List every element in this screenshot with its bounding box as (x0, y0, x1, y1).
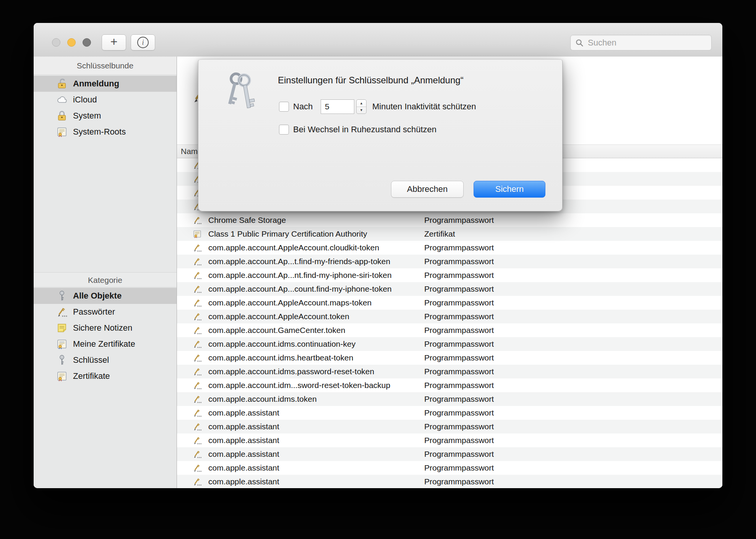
table-row[interactable]: com.apple.account.Ap...t.find-my-friends… (177, 255, 722, 268)
row-kind: Programmpasswort (424, 463, 722, 472)
sidebar-item-sichere-notizen[interactable]: Sichere Notizen (34, 320, 177, 336)
row-name: com.apple.account.Ap...nt.find-my-iphone… (208, 271, 424, 280)
row-kind: Programmpasswort (424, 436, 722, 445)
key-icon (56, 290, 68, 302)
table-row[interactable]: com.apple.account.AppleAccount.cloudkit-… (177, 241, 722, 255)
my-certificate-icon (56, 338, 68, 350)
row-kind: Programmpasswort (424, 326, 722, 335)
sidebar-item-system[interactable]: System (34, 108, 177, 124)
search-field[interactable] (570, 35, 712, 50)
keychain-list: AnmeldungiCloudSystemSystem-Roots (34, 76, 177, 140)
screenshot-stage: + i Schlüsselbunde AnmeldungiCloudSystem… (0, 0, 756, 539)
table-row[interactable]: com.apple.account.idms.heartbeat-tokenPr… (177, 351, 722, 365)
row-name: com.apple.assistant (208, 450, 424, 459)
table-row[interactable]: com.apple.account.idm...sword-reset-toke… (177, 378, 722, 392)
keychain-access-window: + i Schlüsselbunde AnmeldungiCloudSystem… (34, 23, 722, 488)
row-kind: Programmpasswort (424, 243, 722, 252)
row-name: com.apple.account.idm...sword-reset-toke… (208, 381, 424, 390)
sidebar-item-anmeldung[interactable]: Anmeldung (34, 76, 177, 92)
table-row[interactable]: Class 1 Public Primary Certification Aut… (177, 227, 722, 241)
row-kind: Programmpasswort (424, 312, 722, 321)
table-row[interactable]: com.apple.account.Ap...nt.find-my-iphone… (177, 268, 722, 282)
sidebar-item-label: System-Roots (73, 127, 126, 137)
password-key-icon (192, 298, 202, 308)
row-name: com.apple.account.AppleAccount.maps-toke… (208, 298, 424, 307)
row-name: com.apple.assistant (208, 463, 424, 472)
table-row[interactable]: com.apple.assistantProgrammpasswort (177, 461, 722, 475)
padlock-locked-icon (56, 110, 68, 122)
row-name: com.apple.account.AppleAccount.cloudkit-… (208, 243, 424, 252)
sidebar-item-zertifikate[interactable]: Zertifikate (34, 368, 177, 384)
lock-after-inactivity-checkbox[interactable] (279, 102, 289, 112)
password-key-icon (192, 380, 202, 390)
table-row[interactable]: com.apple.account.idms.continuation-keyP… (177, 337, 722, 351)
certificate-icon (56, 370, 68, 382)
row-kind: Programmpasswort (424, 477, 722, 486)
sidebar-item-label: Passwörter (73, 307, 115, 317)
title-bar: + i (34, 23, 722, 57)
table-row[interactable]: com.apple.account.idms.password-reset-to… (177, 365, 722, 378)
save-button[interactable]: Sichern (474, 181, 545, 198)
sidebar: Schlüsselbunde AnmeldungiCloudSystemSyst… (34, 57, 177, 488)
row-name: Class 1 Public Primary Certification Aut… (208, 229, 424, 239)
table-row[interactable]: com.apple.account.GameCenter.tokenProgra… (177, 323, 722, 337)
stepper-up-icon[interactable]: ▲ (357, 100, 366, 107)
key-icon (56, 354, 68, 366)
table-row[interactable]: com.apple.assistantProgrammpasswort (177, 406, 722, 420)
sidebar-item-passw-rter[interactable]: Passwörter (34, 304, 177, 320)
sidebar-item-label: Schlüssel (73, 355, 109, 365)
certificate-icon (192, 229, 202, 239)
lock-on-sleep-checkbox[interactable] (279, 125, 289, 135)
search-icon (575, 39, 584, 47)
password-key-icon (192, 449, 202, 459)
dialog-title: Einstellungen für Schlüsselbund „Anmeldu… (278, 75, 464, 86)
password-key-icon (192, 353, 202, 363)
get-info-button[interactable]: i (131, 34, 155, 50)
row-kind: Programmpasswort (424, 257, 722, 266)
search-input[interactable] (587, 37, 707, 48)
close-button[interactable] (52, 38, 60, 47)
row-name: com.apple.assistant (208, 436, 424, 445)
sidebar-item-label: Meine Zertifikate (73, 339, 135, 349)
table-row[interactable]: com.apple.assistantProgrammpasswort (177, 447, 722, 461)
password-key-icon (192, 477, 202, 487)
add-item-button[interactable]: + (102, 34, 126, 50)
keychains-header: Schlüsselbunde (34, 57, 177, 75)
stepper-down-icon[interactable]: ▼ (357, 107, 366, 114)
password-key-icon (192, 422, 202, 432)
row-kind: Programmpasswort (424, 381, 722, 390)
table-row[interactable]: com.apple.assistantProgrammpasswort (177, 475, 722, 488)
table-row[interactable]: com.apple.account.idms.tokenProgrammpass… (177, 392, 722, 406)
sidebar-item-alle-objekte[interactable]: Alle Objekte (34, 288, 177, 304)
row-kind: Programmpasswort (424, 422, 722, 431)
sidebar-item-schl-ssel[interactable]: Schlüssel (34, 352, 177, 368)
keychain-settings-dialog: Einstellungen für Schlüsselbund „Anmeldu… (198, 59, 563, 211)
password-key-icon (192, 215, 202, 225)
row-name: com.apple.account.AppleAccount.token (208, 312, 424, 321)
table-row[interactable]: com.apple.account.AppleAccount.maps-toke… (177, 296, 722, 310)
table-row[interactable]: Chrome Safe StorageProgrammpasswort (177, 213, 722, 227)
row-name: com.apple.account.Ap...count.find-my-iph… (208, 284, 424, 294)
sidebar-item-meine-zertifikate[interactable]: Meine Zertifikate (34, 336, 177, 352)
sidebar-item-system-roots[interactable]: System-Roots (34, 124, 177, 140)
sidebar-item-icloud[interactable]: iCloud (34, 92, 177, 108)
sidebar-item-label: System (73, 111, 101, 121)
table-row[interactable]: com.apple.assistantProgrammpasswort (177, 420, 722, 433)
lock-after-label-after: Minuten Inaktivität schützen (372, 102, 476, 112)
row-kind: Programmpasswort (424, 395, 722, 404)
row-kind: Programmpasswort (424, 367, 722, 376)
table-row[interactable]: com.apple.account.AppleAccount.tokenProg… (177, 310, 722, 323)
sidebar-item-label: Anmeldung (73, 79, 119, 89)
minimize-button[interactable] (67, 38, 76, 47)
cancel-button[interactable]: Abbrechen (391, 181, 464, 198)
password-key-icon (192, 243, 202, 253)
password-key-icon (192, 339, 202, 349)
row-kind: Programmpasswort (424, 450, 722, 459)
table-row[interactable]: com.apple.account.Ap...count.find-my-iph… (177, 282, 722, 296)
zoom-button[interactable] (83, 38, 91, 47)
table-row[interactable]: com.apple.assistantProgrammpasswort (177, 433, 722, 447)
inactivity-minutes-input[interactable] (321, 99, 354, 114)
row-kind: Programmpasswort (424, 353, 722, 362)
row-name: com.apple.account.idms.token (208, 395, 424, 404)
minutes-stepper[interactable]: ▲ ▼ (356, 99, 367, 114)
